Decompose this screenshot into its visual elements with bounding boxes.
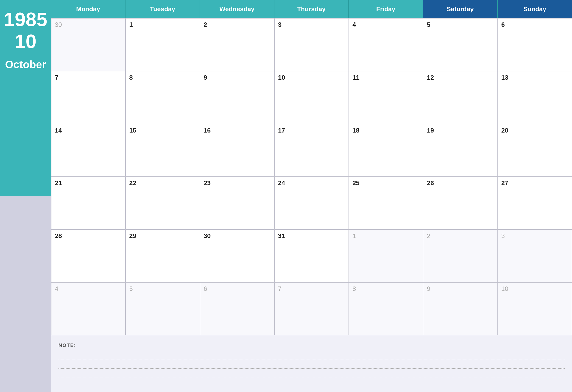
day-number: 3	[501, 232, 505, 239]
sidebar: 1985 10 October	[0, 0, 51, 392]
day-number: 1	[352, 232, 356, 239]
day-cell[interactable]: 10	[498, 282, 572, 335]
day-number: 9	[427, 285, 430, 292]
day-number: 30	[204, 232, 211, 239]
header-cell-thursday: Thursday	[274, 0, 349, 18]
day-cell[interactable]: 8	[349, 282, 423, 335]
day-cell[interactable]: 12	[423, 71, 497, 124]
day-cell[interactable]: 1	[126, 18, 200, 71]
day-cell[interactable]: 2	[200, 18, 274, 71]
day-cell[interactable]: 30	[51, 18, 126, 71]
day-cell[interactable]: 16	[200, 124, 274, 177]
day-number: 16	[204, 127, 211, 134]
day-cell[interactable]: 6	[200, 282, 274, 335]
day-number: 11	[352, 74, 360, 81]
note-line-3	[59, 369, 565, 378]
header-cell-tuesday: Tuesday	[126, 0, 200, 18]
header-cell-friday: Friday	[349, 0, 423, 18]
day-cell[interactable]: 18	[349, 124, 423, 177]
calendar-header: MondayTuesdayWednesdayThursdayFridaySatu…	[51, 0, 572, 18]
sidebar-year: 1985	[4, 10, 47, 29]
day-cell[interactable]: 5	[126, 282, 200, 335]
day-number: 8	[129, 74, 133, 81]
day-cell[interactable]: 30	[200, 230, 274, 282]
day-number: 17	[278, 127, 285, 134]
day-number: 9	[204, 74, 207, 81]
day-cell[interactable]: 20	[498, 124, 572, 177]
day-number: 21	[55, 179, 62, 187]
day-number: 5	[129, 285, 133, 292]
day-cell[interactable]: 6	[498, 18, 572, 71]
day-number: 3	[278, 21, 282, 28]
day-cell[interactable]: 24	[274, 177, 349, 230]
day-number: 22	[129, 179, 136, 187]
day-cell[interactable]: 8	[126, 71, 200, 124]
day-cell[interactable]: 10	[274, 71, 349, 124]
day-number: 24	[278, 179, 285, 187]
day-number: 6	[204, 285, 207, 292]
day-cell[interactable]: 28	[51, 230, 126, 282]
day-number: 25	[352, 179, 360, 187]
day-cell[interactable]: 2	[423, 230, 497, 282]
day-cell[interactable]: 31	[274, 230, 349, 282]
day-cell[interactable]: 7	[51, 71, 126, 124]
calendar-grid: 3012345678910111213141516171819202122232…	[51, 18, 572, 335]
day-cell[interactable]: 4	[51, 282, 126, 335]
header-cell-saturday: Saturday	[423, 0, 497, 18]
day-cell[interactable]: 19	[423, 124, 497, 177]
day-number: 2	[427, 232, 430, 239]
day-number: 4	[352, 21, 356, 28]
calendar-main: MondayTuesdayWednesdayThursdayFridaySatu…	[51, 0, 572, 392]
day-cell[interactable]: 25	[349, 177, 423, 230]
day-cell[interactable]: 22	[126, 177, 200, 230]
day-number: 23	[204, 179, 211, 187]
day-number: 10	[501, 285, 508, 292]
day-number: 7	[55, 74, 58, 81]
sidebar-month: October	[5, 59, 46, 71]
day-cell[interactable]: 5	[423, 18, 497, 71]
day-number: 6	[501, 21, 505, 28]
notes-section: NOTE:	[51, 335, 572, 392]
day-cell[interactable]: 1	[349, 230, 423, 282]
day-number: 7	[278, 285, 282, 292]
day-number: 18	[352, 127, 360, 134]
day-cell[interactable]: 14	[51, 124, 126, 177]
day-number: 19	[427, 127, 434, 134]
day-number: 1	[129, 21, 133, 28]
day-cell[interactable]: 26	[423, 177, 497, 230]
day-cell[interactable]: 21	[51, 177, 126, 230]
day-number: 8	[352, 285, 356, 292]
day-number: 29	[129, 232, 136, 239]
day-number: 12	[427, 74, 434, 81]
day-number: 20	[501, 127, 508, 134]
day-cell[interactable]: 29	[126, 230, 200, 282]
day-cell[interactable]: 3	[274, 18, 349, 71]
day-number: 4	[55, 285, 58, 292]
day-cell[interactable]: 11	[349, 71, 423, 124]
note-line-2	[59, 359, 565, 369]
header-cell-sunday: Sunday	[498, 0, 572, 18]
day-cell[interactable]: 15	[126, 124, 200, 177]
day-cell[interactable]: 17	[274, 124, 349, 177]
day-number: 5	[427, 21, 430, 28]
day-number: 13	[501, 74, 508, 81]
day-cell[interactable]: 27	[498, 177, 572, 230]
day-number: 26	[427, 179, 434, 187]
day-cell[interactable]: 9	[200, 71, 274, 124]
notes-label: NOTE:	[59, 343, 565, 348]
sidebar-day: 10	[15, 32, 37, 51]
day-number: 10	[278, 74, 285, 81]
day-cell[interactable]: 23	[200, 177, 274, 230]
day-cell[interactable]: 7	[274, 282, 349, 335]
day-cell[interactable]: 9	[423, 282, 497, 335]
day-number: 30	[55, 21, 62, 28]
day-cell[interactable]: 4	[349, 18, 423, 71]
header-cell-monday: Monday	[51, 0, 126, 18]
day-cell[interactable]: 3	[498, 230, 572, 282]
day-number: 27	[501, 179, 508, 187]
calendar-container: 1985 10 October MondayTuesdayWednesdayTh…	[0, 0, 572, 392]
day-cell[interactable]: 13	[498, 71, 572, 124]
day-number: 15	[129, 127, 136, 134]
day-number: 14	[55, 127, 62, 134]
day-number: 2	[204, 21, 207, 28]
